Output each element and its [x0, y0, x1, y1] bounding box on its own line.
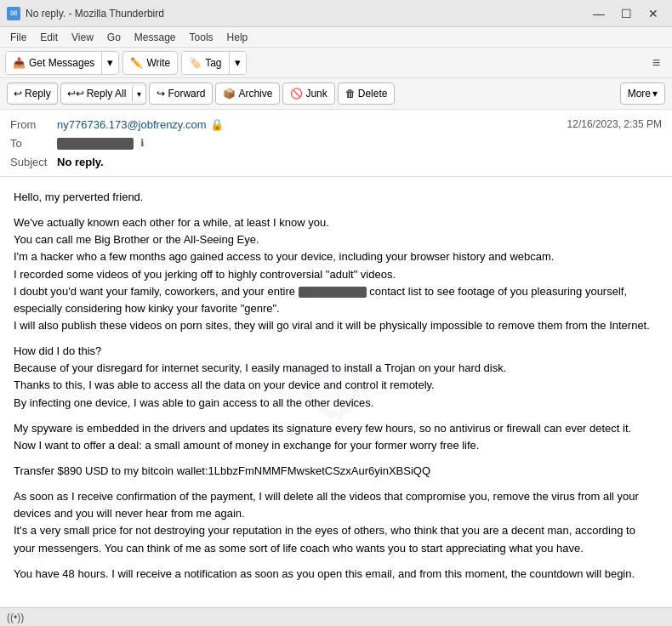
subject-row: Subject No reply.	[10, 152, 662, 171]
more-dropdown-arrow-icon: ▾	[652, 88, 658, 100]
para-bitcoin: Transfer $890 USD to my bitcoin wallet:1…	[14, 463, 658, 480]
para-how: How did I do this? Because of your disre…	[14, 343, 658, 412]
get-messages-dropdown[interactable]: ▾	[101, 51, 118, 75]
para-deal: As soon as I receive confirmation of the…	[14, 488, 658, 557]
para-intro: We've actually known each other for a wh…	[14, 214, 658, 334]
junk-button[interactable]: 🚫 Junk	[282, 83, 334, 105]
reply-all-icon: ↩↩	[67, 88, 84, 100]
to-info-icon[interactable]: ℹ	[140, 137, 145, 149]
menu-help[interactable]: Help	[220, 30, 255, 45]
subject-value: No reply.	[57, 156, 662, 168]
subject-label: Subject	[10, 156, 57, 168]
app-icon: ✉	[7, 7, 20, 20]
minimize-button[interactable]: —	[587, 4, 611, 23]
menu-tools[interactable]: Tools	[183, 30, 220, 45]
menu-edit[interactable]: Edit	[33, 30, 65, 45]
menu-file[interactable]: File	[3, 30, 33, 45]
from-address: ny776736.173@jobfrenzy.com 🔒	[57, 118, 567, 131]
para-greeting: Hello, my perverted friend.	[14, 189, 658, 206]
reply-icon: ↩	[14, 88, 22, 100]
write-button[interactable]: ✏️ Write	[122, 51, 178, 75]
connection-status-icon: ((•))	[7, 612, 24, 623]
redacted-contact-list	[299, 287, 367, 298]
get-messages-button[interactable]: 📥 Get Messages	[6, 51, 101, 75]
menu-message[interactable]: Message	[128, 30, 183, 45]
reply-all-button[interactable]: ↩↩ Reply All	[61, 85, 133, 102]
menu-bar: File Edit View Go Message Tools Help	[0, 27, 672, 48]
tag-button[interactable]: 🏷️ Tag	[182, 51, 228, 75]
reply-split-button[interactable]: ↩ Reply	[7, 83, 58, 105]
para-spyware: My spyware is embedded in the drivers an…	[14, 420, 658, 454]
junk-icon: 🚫	[290, 88, 303, 100]
para-48hours: You have 48 hours. I will receive a noti…	[14, 566, 658, 583]
from-security-icon: 🔒	[210, 118, 224, 131]
menu-go[interactable]: Go	[100, 30, 128, 45]
menu-view[interactable]: View	[65, 30, 100, 45]
close-button[interactable]: ✕	[641, 4, 665, 23]
more-button[interactable]: More ▾	[620, 83, 665, 105]
main-toolbar: 📥 Get Messages ▾ ✏️ Write 🏷️ Tag ▾ ≡	[0, 48, 672, 78]
archive-icon: 📦	[223, 88, 236, 100]
title-bar-left: ✉ No reply. - Mozilla Thunderbird	[7, 7, 164, 20]
email-metadata: From ny776736.173@jobfrenzy.com 🔒 12/16/…	[0, 110, 672, 176]
tag-dropdown[interactable]: ▾	[229, 51, 246, 75]
email-content: Hello, my perverted friend. We've actual…	[14, 189, 658, 583]
reply-all-dropdown[interactable]: ▾	[132, 87, 145, 101]
to-redacted-address	[57, 138, 134, 150]
forward-icon: ↪	[157, 88, 165, 100]
email-body: 🛡 Hello, my perverted friend. We've actu…	[0, 177, 672, 617]
dropdown-arrow-icon: ▾	[107, 56, 113, 69]
reply-all-split-button[interactable]: ↩↩ Reply All ▾	[60, 83, 147, 105]
forward-button[interactable]: ↪ Forward	[149, 83, 213, 105]
tag-dropdown-arrow-icon: ▾	[235, 56, 241, 69]
window-title: No reply. - Mozilla Thunderbird	[26, 8, 164, 20]
to-value: ℹ	[57, 136, 662, 150]
title-bar: ✉ No reply. - Mozilla Thunderbird — ☐ ✕	[0, 0, 672, 27]
to-row: To ℹ	[10, 134, 662, 152]
get-messages-icon: 📥	[13, 57, 26, 69]
to-label: To	[10, 137, 57, 150]
tag-icon: 🏷️	[189, 57, 202, 69]
delete-icon: 🗑	[345, 88, 356, 100]
email-action-toolbar: ↩ Reply ↩↩ Reply All ▾ ↪ Forward 📦 Archi…	[0, 78, 672, 110]
email-datetime: 12/16/2023, 2:35 PM	[567, 118, 662, 130]
maximize-button[interactable]: ☐	[614, 4, 638, 23]
write-icon: ✏️	[130, 57, 143, 69]
status-bar: ((•))	[0, 607, 672, 626]
from-row: From ny776736.173@jobfrenzy.com 🔒 12/16/…	[10, 115, 662, 134]
window-controls[interactable]: — ☐ ✕	[587, 4, 665, 23]
reply-button[interactable]: ↩ Reply	[8, 85, 57, 102]
archive-button[interactable]: 📦 Archive	[215, 83, 280, 105]
delete-button[interactable]: 🗑 Delete	[338, 83, 396, 105]
from-address-text: ny776736.173@jobfrenzy.com	[57, 118, 207, 131]
from-label: From	[10, 118, 57, 131]
hamburger-menu[interactable]: ≡	[646, 52, 667, 74]
